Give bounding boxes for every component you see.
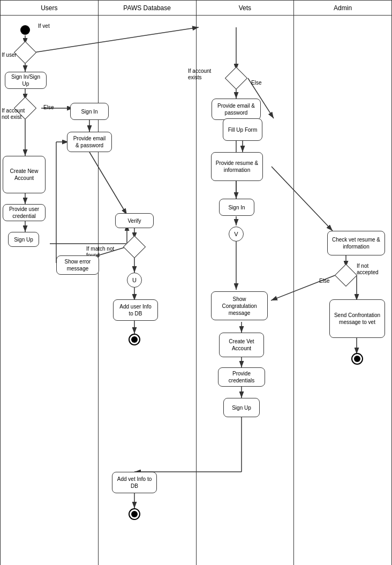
label-account-exists: If account exists xyxy=(188,68,225,81)
end-circle-admin xyxy=(351,353,363,365)
start-circle xyxy=(20,25,30,35)
swimlane-area xyxy=(1,16,391,565)
connector-u: U xyxy=(127,273,142,288)
swimlane-admin xyxy=(294,16,391,565)
create-vet-account-box: Create Vet Account xyxy=(219,333,264,357)
header-row: Users PAWS Database Vets Admin xyxy=(1,1,391,16)
label-account-not-exist: If account not exist xyxy=(2,108,34,120)
provide-credentials-vet-box: Provide credentials xyxy=(218,367,265,387)
header-admin: Admin xyxy=(294,1,391,15)
send-confrontation-box: Send Confrontation message to vet xyxy=(329,299,385,338)
label-else-vet: Else xyxy=(251,80,261,86)
sign-in-signup-box: Sign In/Sign Up xyxy=(5,72,47,89)
show-congratulation-box: Show Congratulation message xyxy=(211,291,268,320)
create-new-account-box: Create New Account xyxy=(3,156,46,193)
diamond-user-vet xyxy=(17,44,33,61)
end-circle-vet xyxy=(129,508,140,520)
show-error-box: Show error message xyxy=(56,255,99,275)
sign-in-user-box: Sign In xyxy=(70,103,109,120)
diamond-match xyxy=(126,239,142,255)
swimlane-users xyxy=(1,16,99,565)
sign-up-user-box: Sign Up xyxy=(8,232,39,247)
connector-v: V xyxy=(229,227,244,242)
diamond-accepted xyxy=(338,267,354,283)
diagram-container: Users PAWS Database Vets Admin xyxy=(0,0,392,565)
header-vets: Vets xyxy=(197,1,295,15)
swimlane-vets xyxy=(197,16,295,565)
sign-up-vet-box: Sign Up xyxy=(223,398,260,417)
add-vet-info-box: Add vet Info to DB xyxy=(112,472,157,493)
end-circle-user xyxy=(129,334,140,345)
header-users: Users xyxy=(1,1,99,15)
diamond-vet-account xyxy=(228,70,244,86)
label-if-user: If user xyxy=(2,52,17,58)
label-else-signin: Else xyxy=(43,104,54,110)
label-else-accepted: Else xyxy=(319,278,329,284)
sign-in-vet-box: Sign In xyxy=(219,199,254,216)
provide-resume-box: Provide resume & information xyxy=(211,152,263,181)
provide-email-password-vet-box: Provide email & password xyxy=(212,99,261,120)
label-if-vet: If vet xyxy=(38,23,50,29)
provide-email-password-user-box: Provide email & password xyxy=(67,132,112,152)
label-if-not-accepted: If not accepted xyxy=(357,263,386,276)
verify-box: Verify xyxy=(115,213,154,228)
check-vet-resume-box: Check vet resume & information xyxy=(327,231,385,255)
provide-user-credential-box: Provide user credential xyxy=(3,204,46,221)
add-user-info-box: Add user Info to DB xyxy=(113,299,158,321)
header-paws-db: PAWS Database xyxy=(99,1,197,15)
fill-up-form-box: Fill Up Form xyxy=(223,118,262,141)
